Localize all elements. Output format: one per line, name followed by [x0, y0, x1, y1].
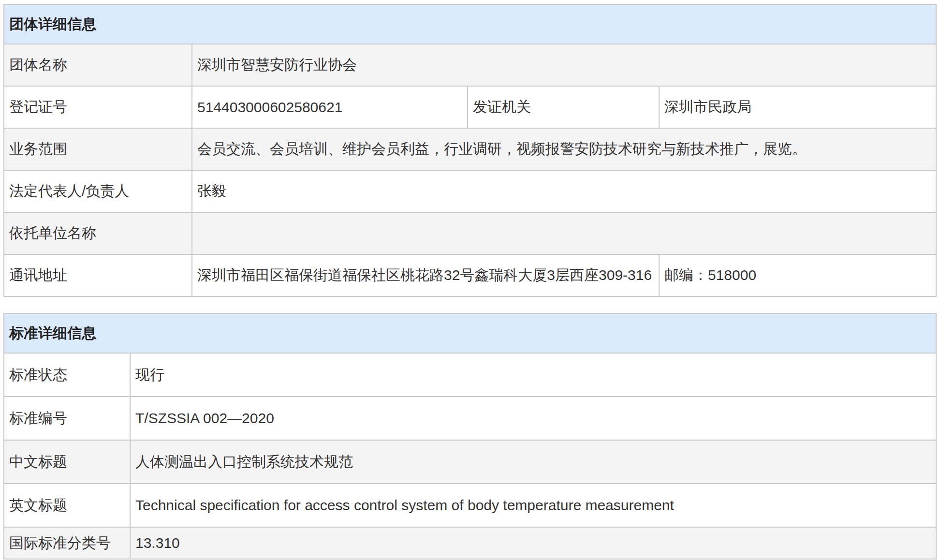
table-row: 通讯地址 深圳市福田区福保街道福保社区桃花路32号鑫瑞科大厦3层西座309-31… [4, 254, 936, 296]
page-content: 团体详细信息 团体名称 深圳市智慧安防行业协会 登记证号 51440300060… [0, 0, 940, 560]
registration-number-value: 514403000602580621 [192, 86, 468, 128]
chinese-title-label: 中文标题 [4, 440, 130, 484]
standard-table-header-row: 标准详细信息 [4, 313, 936, 353]
table-row: 业务范围 会员交流、会员培训、维护会员利益，行业调研，视频报警安防技术研究与新技… [4, 128, 936, 170]
table-row: 标准状态 现行 [4, 353, 936, 397]
supporting-unit-value [192, 212, 936, 254]
business-scope-label: 业务范围 [4, 128, 192, 170]
standard-detail-table: 标准详细信息 标准状态 现行 标准编号 T/SZSSIA 002—2020 中文… [3, 313, 937, 560]
issuing-authority-label: 发证机关 [468, 86, 659, 128]
group-table-header-row: 团体详细信息 [4, 4, 936, 44]
table-row: 中文标题 人体测温出入口控制系统技术规范 [4, 440, 936, 484]
group-table-title: 团体详细信息 [4, 4, 936, 44]
group-detail-table: 团体详细信息 团体名称 深圳市智慧安防行业协会 登记证号 51440300060… [3, 4, 937, 297]
ics-number-label: 国际标准分类号 [4, 527, 130, 559]
mailing-address-value: 深圳市福田区福保街道福保社区桃花路32号鑫瑞科大厦3层西座309-316 [192, 254, 659, 296]
standard-number-label: 标准编号 [4, 397, 130, 440]
english-title-value: Technical specification for access contr… [130, 484, 936, 527]
group-name-label: 团体名称 [4, 44, 192, 86]
table-row: 标准编号 T/SZSSIA 002—2020 [4, 397, 936, 440]
table-row: 团体名称 深圳市智慧安防行业协会 [4, 44, 936, 86]
issuing-authority-value: 深圳市民政局 [659, 86, 936, 128]
table-row: 国际标准分类号 13.310 [4, 527, 936, 559]
registration-number-label: 登记证号 [4, 86, 192, 128]
ics-number-value: 13.310 [130, 527, 936, 559]
table-row: 登记证号 514403000602580621 发证机关 深圳市民政局 [4, 86, 936, 128]
english-title-label: 英文标题 [4, 484, 130, 527]
standard-status-label: 标准状态 [4, 353, 130, 397]
legal-representative-label: 法定代表人/负责人 [4, 170, 192, 212]
standard-status-value: 现行 [130, 353, 936, 397]
group-name-value: 深圳市智慧安防行业协会 [192, 44, 936, 86]
table-row: 法定代表人/负责人 张毅 [4, 170, 936, 212]
table-row: 英文标题 Technical specification for access … [4, 484, 936, 527]
standard-number-value: T/SZSSIA 002—2020 [130, 397, 936, 440]
business-scope-value: 会员交流、会员培训、维护会员利益，行业调研，视频报警安防技术研究与新技术推广，展… [192, 128, 936, 170]
table-row: 依托单位名称 [4, 212, 936, 254]
postal-code-value: 邮编：518000 [659, 254, 936, 296]
mailing-address-label: 通讯地址 [4, 254, 192, 296]
standard-table-title: 标准详细信息 [4, 313, 936, 353]
legal-representative-value: 张毅 [192, 170, 936, 212]
supporting-unit-label: 依托单位名称 [4, 212, 192, 254]
chinese-title-value: 人体测温出入口控制系统技术规范 [130, 440, 936, 484]
